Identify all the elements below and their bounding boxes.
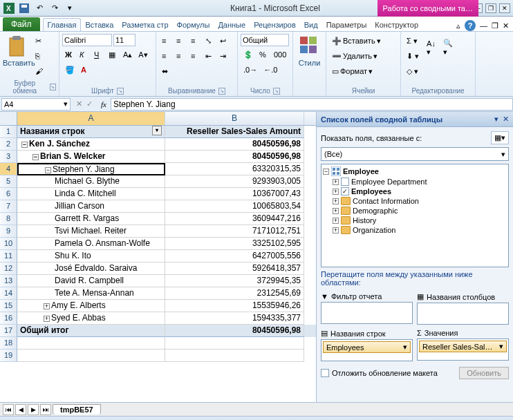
fill-icon[interactable]: ⬇ ▾ [404, 49, 422, 63]
select-all-corner[interactable] [0, 112, 17, 125]
clear-icon[interactable]: ◇ ▾ [404, 64, 422, 78]
value-field-item[interactable]: Reseller Sales-Sal…▾ [419, 341, 507, 352]
pivot-row-label[interactable]: Tete A. Mensa-Annan [17, 287, 165, 300]
column-header-b[interactable]: B [165, 112, 304, 125]
row-header[interactable]: 2 [0, 138, 17, 151]
grand-total-value[interactable]: 80450596,98 [165, 325, 304, 337]
pivot-row-label[interactable]: David R. Campbell [17, 275, 165, 287]
defer-checkbox[interactable]: Отложить обновление макета [321, 369, 438, 377]
row-header[interactable]: 7 [0, 200, 17, 213]
enter-formula-icon[interactable]: ✓ [86, 99, 93, 108]
align-top-icon[interactable]: ≡ [159, 34, 173, 48]
expand-toggle[interactable]: − [21, 142, 28, 148]
row-header[interactable]: 4 [0, 163, 17, 175]
tree-toggle[interactable]: + [333, 227, 339, 233]
delete-cells-button[interactable]: ➖ Удалить ▾ [329, 49, 380, 63]
pivot-value-cell[interactable]: 80450596,98 [165, 151, 304, 163]
merge-button[interactable]: ⬌ [159, 64, 173, 78]
wrap-text-icon[interactable]: ↩ [217, 34, 231, 48]
sheet-tab[interactable]: tmpBE57 [53, 404, 101, 414]
tab-data[interactable]: Данные [214, 19, 250, 31]
close-button[interactable]: ✕ [499, 3, 510, 13]
name-box[interactable]: A4▾ [1, 98, 71, 111]
pivot-row-label[interactable]: Linda C. Mitchell [17, 188, 165, 200]
row-field-item[interactable]: Employees▾ [323, 341, 411, 353]
prev-sheet-icon[interactable]: ◀ [15, 404, 26, 415]
file-tab[interactable]: Файл [3, 17, 40, 31]
pivot-row-label[interactable]: Tsvi Michael. Reiter [17, 225, 165, 238]
values-drop-area[interactable]: Reseller Sales-Sal…▾ [417, 338, 509, 361]
pivot-row-label[interactable]: Michael G. Blythe [17, 175, 165, 188]
tab-options[interactable]: Параметры [322, 19, 371, 31]
clipboard-launcher[interactable]: ↘ [50, 84, 56, 90]
row-header[interactable]: 9 [0, 225, 17, 238]
pivot-row-label[interactable]: Shu K. Ito [17, 250, 165, 262]
columns-drop-area[interactable] [417, 303, 509, 325]
tab-layout[interactable]: Разметка стр [118, 19, 172, 31]
sort-filter-icon[interactable]: A↓▾ [424, 34, 438, 61]
currency-icon[interactable]: 💲 [241, 48, 256, 61]
tree-item[interactable]: + Employee Department [323, 177, 507, 187]
font-launcher[interactable]: ↘ [117, 88, 124, 95]
rows-drop-area[interactable]: Employees▾ [321, 339, 413, 361]
expand-toggle[interactable]: − [32, 154, 39, 160]
first-sheet-icon[interactable]: ⏮ [3, 404, 14, 415]
row-header[interactable]: 14 [0, 287, 17, 300]
undo-icon[interactable]: ↶ [33, 2, 46, 15]
row-header[interactable]: 3 [0, 151, 17, 163]
align-left-icon[interactable]: ≡ [159, 49, 173, 63]
pivot-value-cell[interactable]: 63320315,35 [165, 163, 304, 175]
align-mid-icon[interactable]: ≡ [174, 34, 187, 48]
row-header[interactable]: 8 [0, 213, 17, 225]
qat-dropdown-icon[interactable]: ▾ [64, 2, 76, 15]
field-checkbox[interactable]: ✓ [341, 187, 349, 195]
tab-view[interactable]: Вид [300, 19, 322, 31]
expand-toggle[interactable]: + [44, 303, 50, 309]
tab-home[interactable]: Главная [43, 18, 82, 31]
pivot-row-label[interactable]: Garrett R. Vargas [17, 213, 165, 225]
panel-close-icon[interactable]: ✕ [503, 115, 509, 124]
redo-icon[interactable]: ↷ [48, 2, 61, 15]
pivot-row-label[interactable]: +Syed E. Abbas [17, 312, 165, 325]
cut-icon[interactable]: ✂ [32, 34, 46, 48]
insert-cells-button[interactable]: ➕ Вставить ▾ [329, 34, 384, 48]
pivot-row-label[interactable]: −Brian S. Welcker [17, 151, 165, 163]
minimize-ribbon-icon[interactable]: ▵ [456, 21, 460, 30]
pivot-value-cell[interactable]: 3609447,216 [165, 213, 304, 225]
number-launcher[interactable]: ↘ [273, 88, 280, 95]
pivot-row-label[interactable]: +Amy E. Alberts [17, 300, 165, 312]
tree-toggle[interactable]: + [333, 198, 339, 204]
align-right-icon[interactable]: ≡ [188, 49, 202, 63]
tree-item[interactable]: + History [323, 216, 507, 225]
border-button[interactable]: ▦ [106, 48, 120, 61]
row-labels-filter[interactable]: ▾ [152, 126, 162, 135]
autosum-icon[interactable]: Σ ▾ [404, 34, 422, 48]
grand-total-label[interactable]: Общий итог [17, 325, 165, 337]
underline-button[interactable]: Ч [91, 48, 105, 61]
field-checkbox[interactable] [341, 178, 349, 186]
pivot-value-cell[interactable]: 15535946,26 [165, 300, 304, 312]
row-header[interactable]: 5 [0, 175, 17, 188]
font-color-button[interactable]: A [78, 63, 92, 77]
align-center-icon[interactable]: ≡ [174, 49, 187, 63]
doc-minimize-icon[interactable]: — [480, 21, 487, 30]
pivot-value-cell[interactable]: 80450596,98 [165, 138, 304, 151]
find-icon[interactable]: 🔍▾ [440, 34, 456, 61]
field-tree[interactable]: − Employee + Employee Department + ✓ Emp… [321, 164, 509, 267]
pivot-row-label[interactable]: Jillian Carson [17, 200, 165, 213]
tab-design[interactable]: Конструктор [371, 19, 422, 31]
number-format-combo[interactable] [241, 34, 289, 46]
layout-icon[interactable]: ▦▾ [491, 131, 509, 144]
tree-toggle[interactable]: + [333, 208, 339, 214]
tree-item[interactable]: + Organization [323, 225, 507, 235]
cancel-formula-icon[interactable]: ✕ [76, 99, 82, 108]
tree-toggle[interactable]: + [333, 189, 339, 195]
pivot-value-cell[interactable]: 7171012,751 [165, 225, 304, 238]
paste-button[interactable]: Вставить [3, 34, 30, 67]
comma-icon[interactable]: 000 [271, 48, 289, 61]
next-sheet-icon[interactable]: ▶ [28, 404, 39, 415]
inc-decimal-icon[interactable]: .0→ [241, 63, 260, 77]
dec-indent-icon[interactable]: ⇤ [203, 49, 216, 63]
percent-icon[interactable]: % [256, 48, 270, 61]
expand-toggle[interactable]: − [45, 167, 51, 173]
